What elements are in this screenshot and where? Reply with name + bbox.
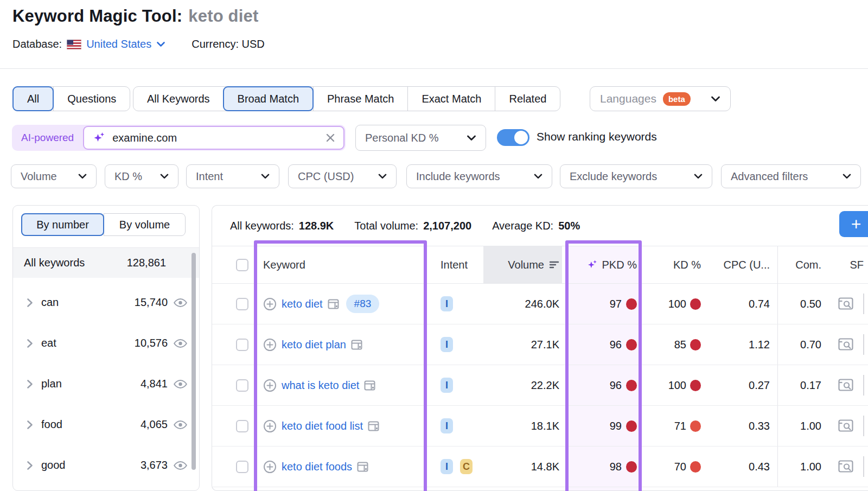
table-row[interactable]: keto diet plan I 27.1K 96 85 1.12 0.70 <box>212 324 868 365</box>
chevron-right-icon[interactable] <box>27 420 33 430</box>
add-keyword-icon[interactable] <box>263 460 277 474</box>
column-sf[interactable]: SF <box>831 246 868 283</box>
sidebar-scrollbar[interactable] <box>192 253 196 470</box>
tab-broad-match[interactable]: Broad Match <box>223 86 314 111</box>
serp-icon[interactable] <box>368 421 379 431</box>
eye-icon[interactable] <box>173 460 188 471</box>
page-title-text: Keyword Magic Tool: <box>12 7 182 25</box>
tab-exact-match[interactable]: Exact Match <box>407 87 495 111</box>
filter-intent[interactable]: Intent <box>186 164 279 188</box>
show-ranking-keywords-toggle[interactable] <box>497 129 529 146</box>
filter-volume[interactable]: Volume <box>11 164 97 188</box>
tab-all[interactable]: All <box>12 86 54 111</box>
column-volume[interactable]: Volume <box>483 246 562 283</box>
add-to-list-button[interactable]: + <box>839 211 868 237</box>
keyword-link[interactable]: keto diet food list <box>282 420 363 432</box>
filter-exclude-keywords[interactable]: Exclude keywords <box>560 164 712 188</box>
beta-badge: beta <box>663 92 691 106</box>
chevron-right-icon[interactable] <box>27 461 33 470</box>
filter-cpc[interactable]: CPC (USD) <box>288 164 397 188</box>
tab-by-number[interactable]: By number <box>21 213 104 236</box>
personal-kd-dropdown[interactable]: Personal KD % <box>355 125 486 151</box>
chevron-down-icon <box>78 174 87 179</box>
column-cpc[interactable]: CPC (U... <box>706 246 777 283</box>
column-com[interactable]: Com. <box>777 246 831 283</box>
column-kd[interactable]: KD % <box>643 246 706 283</box>
table-stats: All keywords:128.9K Total volume:2,107,2… <box>212 206 580 246</box>
eye-icon[interactable] <box>173 297 188 308</box>
column-keyword[interactable]: Keyword <box>256 246 429 283</box>
match-tabs: All Keywords Broad Match Phrase Match Ex… <box>133 86 560 111</box>
all-keywords-label: All keywords <box>24 257 85 269</box>
keyword-link[interactable]: keto diet <box>282 298 323 310</box>
page-header: Keyword Magic Tool:keto diet Database: U… <box>0 0 868 69</box>
chevron-down-icon <box>378 174 387 179</box>
column-intent[interactable]: Intent <box>429 246 483 283</box>
serp-preview-icon[interactable] <box>838 338 854 352</box>
list-item[interactable]: eat 10,576 <box>13 323 199 364</box>
eye-icon[interactable] <box>173 379 188 390</box>
column-com-label: Com. <box>795 259 821 271</box>
table-row[interactable]: keto diet foods IC 14.8K 98 70 0.43 1.00 <box>212 447 868 487</box>
database-selector[interactable]: United States <box>86 38 151 50</box>
serp-icon[interactable] <box>351 340 362 350</box>
cpc-value: 0.74 <box>749 298 770 310</box>
eye-icon[interactable] <box>173 338 188 349</box>
cpc-value: 0.43 <box>749 461 770 473</box>
list-item[interactable]: plan 4,841 <box>13 364 199 404</box>
clear-search-icon[interactable] <box>326 133 335 143</box>
keyword-link[interactable]: what is keto diet <box>282 379 359 392</box>
add-keyword-icon[interactable] <box>263 297 277 311</box>
stat-all-keywords: All keywords:128.9K <box>230 220 334 232</box>
column-divider <box>863 375 864 396</box>
row-checkbox[interactable] <box>236 339 248 351</box>
kd-value: 100 <box>668 379 686 392</box>
chevron-down-icon <box>711 96 720 102</box>
chevron-right-icon[interactable] <box>27 339 33 348</box>
languages-dropdown[interactable]: Languages beta <box>590 86 731 111</box>
tab-phrase-match[interactable]: Phrase Match <box>313 87 407 111</box>
tab-by-volume[interactable]: By volume <box>104 213 186 236</box>
keyword-link[interactable]: keto diet plan <box>282 339 346 351</box>
sort-descending-icon <box>549 260 559 269</box>
column-pkd[interactable]: PKD % <box>562 246 643 283</box>
sidebar-all-keywords-row[interactable]: All keywords 128,861 <box>13 247 199 278</box>
chevron-right-icon[interactable] <box>27 379 33 389</box>
row-checkbox[interactable] <box>236 379 248 392</box>
row-checkbox[interactable] <box>236 420 248 432</box>
add-keyword-icon[interactable] <box>263 338 277 352</box>
eye-icon[interactable] <box>173 419 188 430</box>
add-keyword-icon[interactable] <box>263 379 277 392</box>
search-input[interactable]: examine.com <box>83 126 344 150</box>
filter-include-keywords[interactable]: Include keywords <box>406 164 552 188</box>
table-row[interactable]: keto diet #83 I 246.0K 97 100 0.74 0.50 <box>212 284 868 324</box>
tab-all-keywords[interactable]: All Keywords <box>133 87 224 111</box>
keyword-link[interactable]: keto diet foods <box>282 461 352 473</box>
tab-questions[interactable]: Questions <box>53 87 130 111</box>
add-keyword-icon[interactable] <box>263 419 277 433</box>
volume-value: 22.2K <box>531 379 559 392</box>
list-item[interactable]: good 3,673 <box>13 445 199 486</box>
list-item[interactable]: food 4,065 <box>13 404 199 445</box>
chevron-down-icon <box>467 135 476 141</box>
row-checkbox[interactable] <box>236 298 248 310</box>
serp-preview-icon[interactable] <box>838 460 854 474</box>
serp-preview-icon[interactable] <box>838 297 854 311</box>
chevron-down-icon <box>261 174 270 179</box>
list-item[interactable]: can 15,740 <box>13 282 199 323</box>
select-all-checkbox[interactable] <box>236 259 248 271</box>
row-checkbox[interactable] <box>236 461 248 473</box>
table-header-row: Keyword Intent Volume PKD % KD % CPC (U.… <box>212 246 868 284</box>
serp-icon[interactable] <box>328 299 339 309</box>
serp-preview-icon[interactable] <box>838 419 854 433</box>
filter-kd[interactable]: KD % <box>105 164 178 188</box>
chevron-right-icon[interactable] <box>27 298 33 308</box>
serp-icon[interactable] <box>364 380 375 391</box>
serp-icon[interactable] <box>357 462 368 472</box>
serp-preview-icon[interactable] <box>838 379 854 392</box>
tab-related[interactable]: Related <box>495 87 560 111</box>
table-row[interactable]: keto diet food list I 18.1K 99 71 0.33 1… <box>212 406 868 447</box>
chevron-down-icon[interactable] <box>156 41 165 47</box>
table-row[interactable]: what is keto diet I 22.2K 96 100 0.27 0.… <box>212 365 868 406</box>
filter-advanced[interactable]: Advanced filters <box>721 164 861 188</box>
